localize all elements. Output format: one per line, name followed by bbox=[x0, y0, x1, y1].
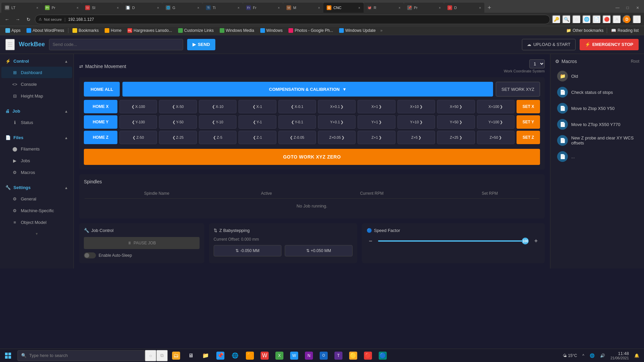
close-tab-icon[interactable]: × bbox=[479, 6, 481, 10]
y-plus-10-button[interactable]: Y+10 ❯ bbox=[397, 115, 435, 129]
x-minus-10-button[interactable]: ❮ X-10 bbox=[199, 100, 236, 113]
macro-item-extra[interactable]: 📄 ... bbox=[555, 148, 639, 165]
sidebar-item-heightmap[interactable]: ⊟ Height Map bbox=[1, 90, 72, 102]
home-z-button[interactable]: HOME Z bbox=[84, 131, 117, 144]
taskbar-app-teal[interactable]: 🔵 bbox=[376, 349, 390, 362]
bookmark-star-button[interactable]: ☆ bbox=[572, 15, 581, 24]
x-minus-1-button[interactable]: ❮ X-1 bbox=[238, 100, 276, 113]
bookmark-windows-update[interactable]: Windows Update bbox=[336, 27, 378, 34]
close-tab-icon[interactable]: × bbox=[439, 6, 441, 10]
close-tab-icon[interactable]: × bbox=[36, 6, 38, 10]
start-button[interactable] bbox=[0, 349, 16, 362]
settings-button[interactable]: ⋮ bbox=[633, 15, 641, 24]
z-plus-1-button[interactable]: Z+1 ❯ bbox=[358, 131, 395, 144]
upload-start-button[interactable]: ☁ UPLOAD & START bbox=[522, 39, 576, 50]
pause-job-button[interactable]: ⏸ PAUSE JOB bbox=[84, 237, 200, 249]
tab-github[interactable]: 🐙 R × bbox=[364, 3, 404, 13]
goto-work-xyz-zero-button[interactable]: GOTO WORK XYZ ZERO bbox=[84, 149, 540, 165]
y-minus-01-button[interactable]: ❮ Y-0.1 bbox=[278, 115, 316, 129]
sidebar-item-jobs[interactable]: ▶ Jobs bbox=[1, 155, 72, 166]
taskbar-app-yellow[interactable]: 🟡 bbox=[346, 349, 360, 362]
network-icon[interactable]: 🌐 bbox=[588, 352, 597, 359]
set-x-button[interactable]: SET X bbox=[517, 100, 540, 113]
home-x-button[interactable]: HOME X bbox=[84, 100, 117, 113]
taskbar-app-onenote[interactable]: N bbox=[302, 349, 316, 362]
z-plus-005-button[interactable]: Z+0.05 ❯ bbox=[318, 131, 356, 144]
close-tab-icon[interactable]: × bbox=[157, 6, 159, 10]
send-code-input[interactable] bbox=[49, 39, 183, 50]
forward-button[interactable]: → bbox=[13, 15, 22, 24]
close-tab-icon[interactable]: × bbox=[197, 6, 199, 10]
y-plus-50-button[interactable]: Y+50 ❯ bbox=[437, 115, 475, 129]
tab-d1[interactable]: 📄 D × bbox=[122, 3, 162, 13]
taskbar-app-pin[interactable]: 📌 bbox=[213, 349, 227, 362]
bookmark-windows-media[interactable]: Windows Media bbox=[217, 27, 257, 34]
z-plus-5-button[interactable]: Z+5 ❯ bbox=[397, 131, 435, 144]
x-plus-100-button[interactable]: X+100 ❯ bbox=[477, 100, 515, 113]
x-plus-01-button[interactable]: X+0.1 ❯ bbox=[318, 100, 356, 113]
reload-button[interactable]: ↻ bbox=[24, 15, 33, 24]
y-minus-100-button[interactable]: ❮ Y-100 bbox=[119, 115, 157, 129]
bookmark-customize[interactable]: Customize Links bbox=[175, 27, 216, 34]
other-bookmarks[interactable]: 📁 Other bookmarks bbox=[564, 27, 605, 34]
tab-lt[interactable]: 🎞 LT × bbox=[1, 3, 42, 13]
chrome-extension-3[interactable]: 🔴 bbox=[602, 15, 611, 24]
taskbar-app-red[interactable]: 🔴 bbox=[361, 349, 375, 362]
close-tab-icon[interactable]: × bbox=[237, 6, 239, 10]
z-minus-50-button[interactable]: ❮ Z-50 bbox=[119, 131, 157, 144]
sidebar-item-console[interactable]: <> Console bbox=[1, 78, 72, 90]
chrome-extension-4[interactable]: A bbox=[612, 15, 621, 24]
y-minus-10-button[interactable]: ❮ Y-10 bbox=[199, 115, 236, 129]
y-minus-50-button[interactable]: ❮ Y-50 bbox=[159, 115, 197, 129]
y-plus-1-button[interactable]: Y+1 ❯ bbox=[358, 115, 395, 129]
taskbar-app-word[interactable]: W bbox=[287, 349, 301, 362]
y-plus-01-button[interactable]: Y+0.1 ❯ bbox=[318, 115, 356, 129]
compensation-calibration-button[interactable]: COMPENSATION & CALIBRATION ▼ bbox=[122, 82, 493, 97]
sidebar-section-settings-header[interactable]: 🔧 Settings ▲ bbox=[0, 182, 73, 193]
volume-icon[interactable]: 🔊 bbox=[598, 352, 607, 359]
system-clock[interactable]: 11:48 21/06/2021 bbox=[608, 350, 631, 361]
close-tab-icon[interactable]: × bbox=[358, 6, 360, 10]
x-minus-50-button[interactable]: ❮ X-50 bbox=[159, 100, 197, 113]
zoom-button[interactable]: 🔍 bbox=[562, 15, 571, 24]
taskbar-app-excel[interactable]: X bbox=[272, 349, 286, 362]
weather-temperature[interactable]: 🌤 15°C bbox=[561, 352, 579, 359]
macro-item-move-ztop-2[interactable]: 📄 Move to ZTop X550 Y770 bbox=[555, 116, 639, 132]
taskbar-app-folder[interactable]: 📁 bbox=[199, 349, 213, 362]
x-plus-50-button[interactable]: X+50 ❯ bbox=[437, 100, 475, 113]
close-tab-icon[interactable]: × bbox=[278, 6, 280, 10]
reading-list[interactable]: 📖 Reading list bbox=[608, 27, 641, 34]
tab-pr2[interactable]: 📌 Pr × bbox=[404, 3, 444, 13]
tab-fr1[interactable]: Fr Fr × bbox=[243, 3, 283, 13]
taskbar-app-explorer[interactable]: 🗂 bbox=[169, 349, 183, 362]
auto-sleep-toggle[interactable] bbox=[84, 252, 96, 258]
profile-button[interactable]: D bbox=[623, 15, 631, 24]
close-tab-icon[interactable]: × bbox=[318, 6, 320, 10]
extensions-button[interactable]: 🔑 bbox=[552, 15, 561, 24]
bookmark-wordpress[interactable]: About WordPress bbox=[24, 27, 67, 34]
x-minus-100-button[interactable]: ❮ X-100 bbox=[119, 100, 157, 113]
tab-g1[interactable]: 🌐 G × bbox=[162, 3, 203, 13]
sidebar-item-status[interactable]: ℹ Status bbox=[1, 117, 72, 128]
bookmark-hargreaves[interactable]: HL Hargreaves Lansdo... bbox=[125, 27, 175, 34]
taskbar-app-chrome[interactable]: 🌐 bbox=[228, 349, 242, 362]
z-minus-005-button[interactable]: ❮ Z-0.05 bbox=[278, 131, 316, 144]
sidebar-item-object-model[interactable]: ≡ Object Model bbox=[1, 217, 72, 228]
z-minus-5-button[interactable]: ❮ Z-5 bbox=[199, 131, 236, 144]
task-view-button[interactable]: ⧉ bbox=[156, 350, 168, 361]
chrome-extension-1[interactable]: 🌐 bbox=[582, 15, 591, 24]
taskbar-app-monitor[interactable]: 🖥 bbox=[184, 349, 198, 362]
tab-cnc[interactable]: ⚙ CNC × bbox=[323, 3, 364, 13]
baby-plus-button[interactable]: ⇅ +0.050 MM bbox=[285, 245, 353, 256]
home-all-button[interactable]: HOME ALL bbox=[84, 82, 120, 97]
close-tab-icon[interactable]: × bbox=[398, 6, 400, 10]
tab-si[interactable]: SI SI × bbox=[82, 3, 122, 13]
tab-extra[interactable]: D D × bbox=[444, 3, 484, 13]
bookmark-bookmarks[interactable]: Bookmarks bbox=[70, 27, 101, 34]
sidebar-item-machine-specific[interactable]: ⚙ Machine-Specific bbox=[1, 205, 72, 216]
bookmark-photos[interactable]: Photos - Google Ph... bbox=[286, 27, 336, 34]
sidebar-item-dashboard[interactable]: ⊞ Dashboard bbox=[1, 67, 72, 78]
bookmark-windows[interactable]: Windows bbox=[258, 27, 285, 34]
sidebar-item-filaments[interactable]: ⬤ Filaments bbox=[1, 143, 72, 155]
chevron-tray-icon[interactable]: ^ bbox=[580, 352, 586, 359]
